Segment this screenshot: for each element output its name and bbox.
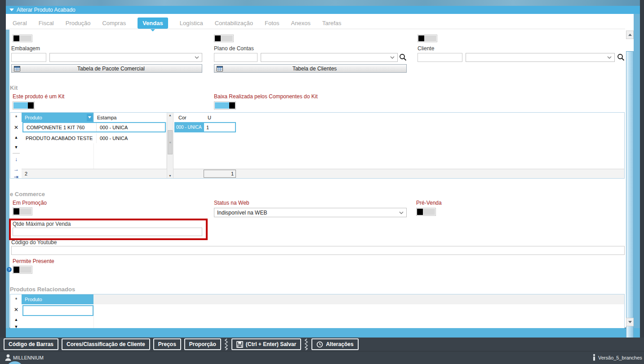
- tab-contabilizacao[interactable]: Contabilização: [215, 20, 253, 26]
- left-border-strip: [6, 30, 9, 338]
- cell-produto[interactable]: PRODUTO ACABADO TESTE: [22, 133, 97, 143]
- cores-classificacao-button[interactable]: Cores/Classificação de Cliente: [62, 338, 150, 350]
- kit-grid-toolbar: * ✕ ▲ ▼ ↓ → ⇥: [11, 113, 22, 180]
- caret-down-icon[interactable]: [9, 9, 14, 11]
- top-background-band: [6, 0, 640, 6]
- grid-insert-button[interactable]: ↓: [11, 154, 22, 164]
- embalagem-select[interactable]: [49, 53, 202, 62]
- row-count: 2: [25, 171, 27, 176]
- tab-fiscal[interactable]: Fiscal: [39, 20, 54, 26]
- embalagem-label: Embalagem: [11, 45, 40, 52]
- window-title: Alterar Produto Acabado: [17, 7, 76, 13]
- scroll-up-icon[interactable]: ▲: [167, 113, 173, 118]
- proporcao-button[interactable]: Proporção: [184, 338, 221, 350]
- tab-geral[interactable]: Geral: [13, 20, 27, 26]
- status-web-value: Indisponível na WEB: [217, 210, 267, 216]
- bottom-border-band: [6, 328, 640, 338]
- sort-dropdown-icon[interactable]: [87, 114, 93, 121]
- plano-contas-select[interactable]: [261, 53, 398, 62]
- tabela-clientes-label: Tabela de Clientes: [223, 66, 406, 72]
- related-grid-header-produto[interactable]: Produto: [22, 294, 93, 304]
- partial-toggle-1[interactable]: [13, 35, 32, 42]
- embalagem-code-input[interactable]: [11, 53, 46, 62]
- partial-toggle-3[interactable]: [417, 35, 437, 42]
- salvar-button[interactable]: (Ctrl + Enter) Salvar: [231, 338, 301, 350]
- baixa-label: Baixa Realizada pelos Componentes do Kit: [214, 93, 318, 100]
- precos-button[interactable]: Preços: [153, 338, 181, 350]
- kit-grid-footer: 2: [22, 169, 167, 178]
- qtde-maxima-input[interactable]: [13, 228, 202, 236]
- related-grid-empty-cell[interactable]: [22, 305, 93, 316]
- scroll-down-icon[interactable]: ▼: [167, 174, 173, 177]
- alteracoes-button[interactable]: Alterações: [311, 338, 358, 350]
- tab-anexos[interactable]: Anexos: [291, 20, 311, 26]
- info-icon: [592, 354, 596, 361]
- cell-estampa[interactable]: 000 - UNICA: [97, 133, 166, 143]
- related-grid-toolbar: * ✕ ▲ ▼: [11, 295, 22, 331]
- zigzag-separator: [224, 338, 228, 350]
- grid-new-row-button[interactable]: *: [11, 295, 22, 305]
- search-icon[interactable]: [617, 53, 625, 61]
- main-scrollbar[interactable]: [625, 30, 634, 328]
- quantity-total-box: 1: [204, 170, 236, 178]
- cliente-code-input[interactable]: [417, 53, 462, 62]
- youtube-input[interactable]: [11, 246, 625, 255]
- kit-grid-row-selected[interactable]: COMPONENTE 1 KIT 760 000 - UNICA: [22, 122, 166, 132]
- help-icon[interactable]: ?: [7, 267, 12, 272]
- kit-grid2-header-cor[interactable]: Cor: [175, 113, 202, 122]
- scroll-up-button[interactable]: [626, 31, 634, 39]
- bottom-toolbar: Código de Barras Cores/Classificação de …: [0, 338, 644, 351]
- kit-grid-header-produto[interactable]: Produto: [22, 113, 93, 122]
- grid-move-down-button[interactable]: ▼: [11, 142, 22, 152]
- tabela-pacote-button[interactable]: Tabela de Pacote Comercial: [11, 64, 202, 73]
- kit-grid2-header-u[interactable]: U: [204, 113, 231, 122]
- permite-presente-label: Permite Presente: [13, 258, 54, 264]
- is-kit-toggle[interactable]: [13, 101, 35, 110]
- status-user: MILLENNIUM: [13, 355, 44, 360]
- partial-toggle-2[interactable]: [214, 35, 234, 42]
- kit-grid-row[interactable]: PRODUTO ACABADO TESTE 000 - UNICA: [22, 133, 166, 143]
- grid-move-up-button[interactable]: ▲: [11, 132, 22, 142]
- grid-delete-row-button[interactable]: ✕: [11, 123, 22, 132]
- user-icon: [4, 354, 12, 361]
- grid-move-up-button[interactable]: ▲: [11, 315, 22, 325]
- em-promocao-toggle[interactable]: [13, 207, 32, 215]
- scrollbar-thumb[interactable]: ≡: [168, 130, 173, 154]
- plano-contas-label: Plano de Contas: [214, 45, 254, 52]
- cell-produto[interactable]: COMPONENTE 1 KIT 760: [23, 123, 97, 132]
- cell-cor-selected[interactable]: 000 - UNICA: [174, 122, 203, 132]
- pre-venda-toggle[interactable]: [416, 208, 436, 216]
- tab-fotos[interactable]: Fotos: [265, 20, 280, 26]
- grid-delete-row-button[interactable]: ✕: [11, 305, 22, 315]
- table-icon: [217, 66, 223, 71]
- tabela-clientes-button[interactable]: Tabela de Clientes: [214, 64, 407, 73]
- cliente-select[interactable]: [466, 53, 615, 62]
- scroll-down-button[interactable]: [626, 318, 634, 326]
- tab-compras[interactable]: Compras: [102, 20, 126, 26]
- baixa-toggle[interactable]: [214, 101, 236, 110]
- table-icon: [14, 66, 20, 71]
- history-clock-icon: [316, 341, 323, 348]
- status-bar: MILLENNIUM Versão_5_branches: [0, 351, 644, 364]
- grid-next-button[interactable]: →: [11, 164, 22, 174]
- tab-divider: [6, 29, 625, 29]
- grid-new-row-button[interactable]: *: [11, 113, 22, 123]
- permite-presente-toggle[interactable]: [13, 266, 32, 274]
- scrollbar-thumb[interactable]: [626, 51, 634, 344]
- grid-tab-button[interactable]: ⇥: [11, 174, 22, 180]
- search-icon[interactable]: [399, 53, 407, 61]
- cell-estampa[interactable]: 000 - UNICA: [97, 123, 165, 132]
- kit-grid-scrollbar[interactable]: ▲ ≡ ▼: [167, 113, 173, 178]
- app-window: Alterar Produto Acabado Geral Fiscal Pro…: [0, 0, 644, 364]
- ecommerce-section-title: e Commerce: [10, 191, 45, 197]
- kit-grid-header-estampa[interactable]: Estampa: [93, 113, 167, 122]
- tab-vendas[interactable]: Vendas: [138, 18, 168, 29]
- tab-logistica[interactable]: Logística: [180, 20, 203, 26]
- plano-contas-code-input[interactable]: [214, 53, 258, 62]
- cell-u-selected[interactable]: 1: [203, 122, 236, 132]
- status-web-select[interactable]: Indisponível na WEB: [214, 208, 407, 217]
- tab-producao[interactable]: Produção: [66, 20, 91, 26]
- status-version: Versão_5_branches: [598, 355, 642, 360]
- codigo-barras-button[interactable]: Código de Barras: [4, 338, 58, 350]
- tab-tarefas[interactable]: Tarefas: [322, 20, 342, 26]
